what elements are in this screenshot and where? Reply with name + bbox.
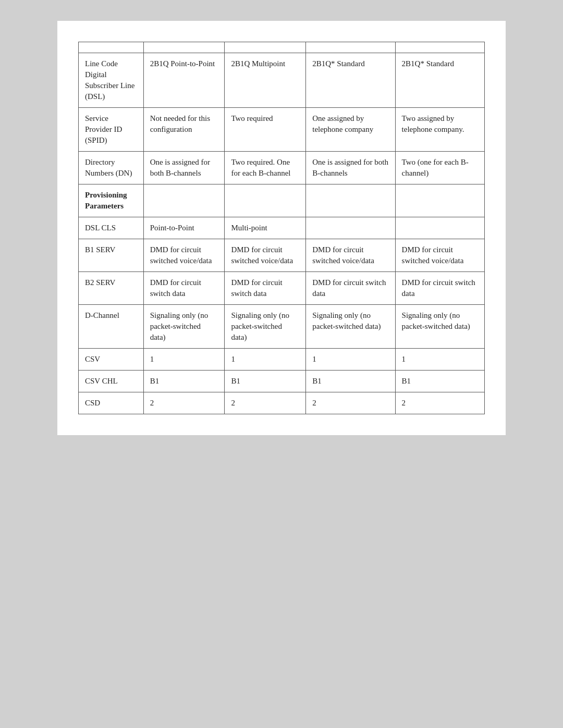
col-header-5 — [395, 42, 484, 53]
cell-r2-c1: One is assigned for both B-channels — [143, 152, 225, 184]
col-header-1 — [79, 42, 144, 53]
cell-r9-c1: B1 — [143, 371, 225, 392]
col-header-4 — [306, 42, 395, 53]
cell-r10-c2: 2 — [225, 392, 306, 414]
cell-r9-c0: CSV CHL — [79, 371, 144, 392]
cell-r1-c4: Two assigned by telephone company. — [395, 108, 484, 152]
cell-r3-c1 — [143, 184, 225, 217]
cell-r6-c3: DMD for circuit switch data — [306, 272, 395, 305]
cell-r9-c3: B1 — [306, 371, 395, 392]
cell-r4-c4 — [395, 217, 484, 239]
col-header-3 — [225, 42, 306, 53]
cell-r7-c4: Signaling only (no packet-switched data) — [395, 305, 484, 349]
cell-r7-c1: Signaling only (no packet-switched data) — [143, 305, 225, 349]
cell-r8-c0: CSV — [79, 349, 144, 371]
cell-r6-c0: B2 SERV — [79, 272, 144, 305]
cell-r1-c2: Two required — [225, 108, 306, 152]
cell-r6-c4: DMD for circuit switch data — [395, 272, 484, 305]
cell-r0-c1: 2B1Q Point-to-Point — [143, 53, 225, 108]
cell-r10-c1: 2 — [143, 392, 225, 414]
cell-r8-c1: 1 — [143, 349, 225, 371]
cell-r7-c0: D-Channel — [79, 305, 144, 349]
cell-r4-c2: Multi-point — [225, 217, 306, 239]
cell-r5-c4: DMD for circuit switched voice/data — [395, 239, 484, 272]
cell-r5-c3: DMD for circuit switched voice/data — [306, 239, 395, 272]
cell-r10-c3: 2 — [306, 392, 395, 414]
cell-r10-c0: CSD — [79, 392, 144, 414]
cell-r3-c0: Provisioning Parameters — [79, 184, 144, 217]
main-table: Line Code Digital Subscriber Line (DSL)2… — [78, 42, 485, 414]
cell-r7-c3: Signaling only (no packet-switched data) — [306, 305, 395, 349]
cell-r8-c4: 1 — [395, 349, 484, 371]
cell-r9-c4: B1 — [395, 371, 484, 392]
cell-r0-c0: Line Code Digital Subscriber Line (DSL) — [79, 53, 144, 108]
cell-r2-c3: One is assigned for both B-channels — [306, 152, 395, 184]
cell-r5-c0: B1 SERV — [79, 239, 144, 272]
cell-r5-c1: DMD for circuit switched voice/data — [143, 239, 225, 272]
cell-r0-c3: 2B1Q* Standard — [306, 53, 395, 108]
col-header-2 — [143, 42, 225, 53]
cell-r8-c2: 1 — [225, 349, 306, 371]
cell-r6-c1: DMD for circuit switch data — [143, 272, 225, 305]
cell-r6-c2: DMD for circuit switch data — [225, 272, 306, 305]
cell-r2-c0: Directory Numbers (DN) — [79, 152, 144, 184]
cell-r5-c2: DMD for circuit switched voice/data — [225, 239, 306, 272]
cell-r9-c2: B1 — [225, 371, 306, 392]
cell-r1-c1: Not needed for this configuration — [143, 108, 225, 152]
cell-r3-c4 — [395, 184, 484, 217]
cell-r0-c2: 2B1Q Multipoint — [225, 53, 306, 108]
cell-r1-c3: One assigned by telephone company — [306, 108, 395, 152]
cell-r7-c2: Signaling only (no packet-switched data) — [225, 305, 306, 349]
cell-r4-c0: DSL CLS — [79, 217, 144, 239]
cell-r1-c0: Service Provider ID (SPID) — [79, 108, 144, 152]
cell-r0-c4: 2B1Q* Standard — [395, 53, 484, 108]
cell-r8-c3: 1 — [306, 349, 395, 371]
cell-r4-c1: Point-to-Point — [143, 217, 225, 239]
cell-r3-c3 — [306, 184, 395, 217]
cell-r4-c3 — [306, 217, 395, 239]
page: Line Code Digital Subscriber Line (DSL)2… — [57, 21, 506, 435]
cell-r2-c2: Two required. One for each B-channel — [225, 152, 306, 184]
cell-r3-c2 — [225, 184, 306, 217]
cell-r2-c4: Two (one for each B-channel) — [395, 152, 484, 184]
cell-r10-c4: 2 — [395, 392, 484, 414]
